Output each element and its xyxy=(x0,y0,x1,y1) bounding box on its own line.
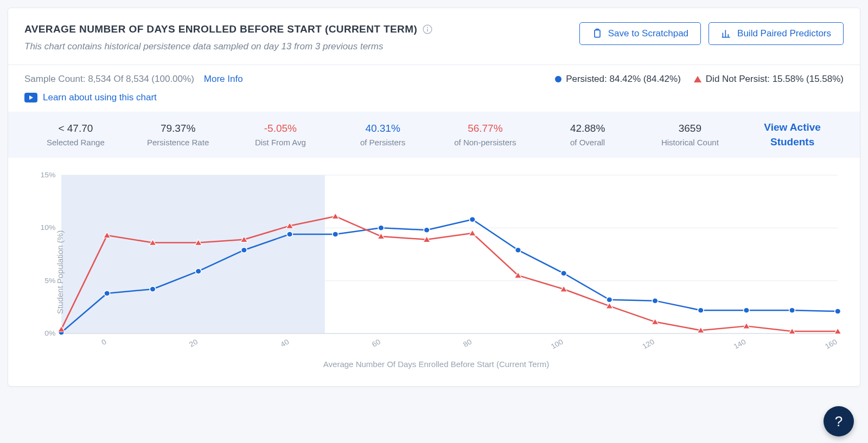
svg-point-32 xyxy=(287,232,293,237)
legend: Persisted: 84.42% (84.42%) Did Not Persi… xyxy=(555,73,844,86)
svg-rect-3 xyxy=(595,30,600,37)
svg-point-30 xyxy=(195,268,201,274)
save-to-scratchpad-button[interactable]: Save to Scratchpad xyxy=(579,22,701,45)
learn-row: Learn about using this chart xyxy=(8,89,860,112)
more-info-link[interactable]: More Info xyxy=(204,73,243,86)
svg-point-35 xyxy=(424,227,430,233)
stat-persistence-rate: 79.37%Persistence Rate xyxy=(127,121,229,149)
stat-of-persisters: 40.31%of Persisters xyxy=(331,121,434,149)
stats-band: < 47.70Selected Range79.37%Persistence R… xyxy=(8,112,860,158)
svg-point-44 xyxy=(835,309,841,314)
svg-point-42 xyxy=(744,307,750,313)
svg-text:20: 20 xyxy=(188,338,199,349)
card-subtitle: This chart contains historical persisten… xyxy=(24,40,579,53)
clipboard-icon xyxy=(592,28,603,39)
svg-point-40 xyxy=(652,298,658,304)
triangle-marker-icon xyxy=(694,76,701,82)
build-paired-predictors-button[interactable]: Build Paired Predictors xyxy=(709,22,844,45)
svg-point-1 xyxy=(427,27,428,28)
svg-text:140: 140 xyxy=(732,338,748,350)
svg-point-31 xyxy=(241,247,247,253)
svg-point-41 xyxy=(698,307,704,313)
circle-marker-icon xyxy=(555,76,561,82)
svg-text:80: 80 xyxy=(462,338,473,349)
bar-chart-icon xyxy=(721,28,732,39)
svg-text:100: 100 xyxy=(550,338,565,350)
sample-legend-row: Sample Count: 8,534 Of 8,534 (100.00%) M… xyxy=(8,65,860,89)
y-axis-label: Student Population (%) xyxy=(54,230,66,314)
svg-point-38 xyxy=(561,271,567,276)
svg-rect-8 xyxy=(61,175,325,333)
svg-point-28 xyxy=(104,291,110,296)
stat-of-overall: 42.88%of Overall xyxy=(537,121,639,149)
view-active-students-link[interactable]: View Active Students xyxy=(741,120,844,149)
card-header: AVERAGE NUMBER OF DAYS ENROLLED BEFORE S… xyxy=(8,8,860,65)
stat-historical-count: 3659Historical Count xyxy=(639,121,742,149)
svg-marker-51 xyxy=(332,213,339,219)
card-title: AVERAGE NUMBER OF DAYS ENROLLED BEFORE S… xyxy=(24,22,417,37)
chart-area: Student Population (%) 0%5%10%15%0204060… xyxy=(8,158,860,386)
svg-text:10%: 10% xyxy=(40,224,55,232)
svg-point-29 xyxy=(150,286,156,292)
svg-text:160: 160 xyxy=(824,338,839,350)
svg-point-43 xyxy=(789,307,795,313)
svg-text:60: 60 xyxy=(371,338,382,349)
legend-did-not-persist: Did Not Persist: 15.58% (15.58%) xyxy=(694,73,844,86)
stat-dist-from-avg: -5.05%Dist From Avg xyxy=(229,121,332,149)
play-icon[interactable] xyxy=(24,93,37,102)
sample-count-text: Sample Count: 8,534 Of 8,534 (100.00%) xyxy=(24,73,194,86)
chart-card: AVERAGE NUMBER OF DAYS ENROLLED BEFORE S… xyxy=(8,8,860,387)
header-text: AVERAGE NUMBER OF DAYS ENROLLED BEFORE S… xyxy=(24,22,579,53)
svg-text:0%: 0% xyxy=(44,330,55,337)
stat-of-non-persisters: 56.77%of Non-persisters xyxy=(434,121,537,149)
x-axis-label: Average Number Of Days Enrolled Before S… xyxy=(29,358,844,370)
svg-text:40: 40 xyxy=(279,338,290,349)
info-icon[interactable] xyxy=(423,24,432,34)
svg-point-37 xyxy=(515,247,521,253)
svg-text:0: 0 xyxy=(100,338,107,346)
stat-selected-range: < 47.70Selected Range xyxy=(24,121,127,149)
svg-text:120: 120 xyxy=(641,338,656,350)
svg-text:15%: 15% xyxy=(40,171,55,179)
header-actions: Save to Scratchpad Build Paired Predicto… xyxy=(579,22,844,45)
svg-point-34 xyxy=(378,226,384,231)
line-chart[interactable]: 0%5%10%15%020406080100120140160 xyxy=(29,171,844,350)
svg-point-39 xyxy=(607,297,612,303)
svg-point-33 xyxy=(333,232,339,237)
legend-persisted: Persisted: 84.42% (84.42%) xyxy=(555,73,681,86)
learn-about-chart-link[interactable]: Learn about using this chart xyxy=(43,91,157,104)
help-button[interactable]: ? xyxy=(824,406,854,436)
svg-rect-2 xyxy=(427,29,428,32)
svg-point-36 xyxy=(469,217,475,222)
